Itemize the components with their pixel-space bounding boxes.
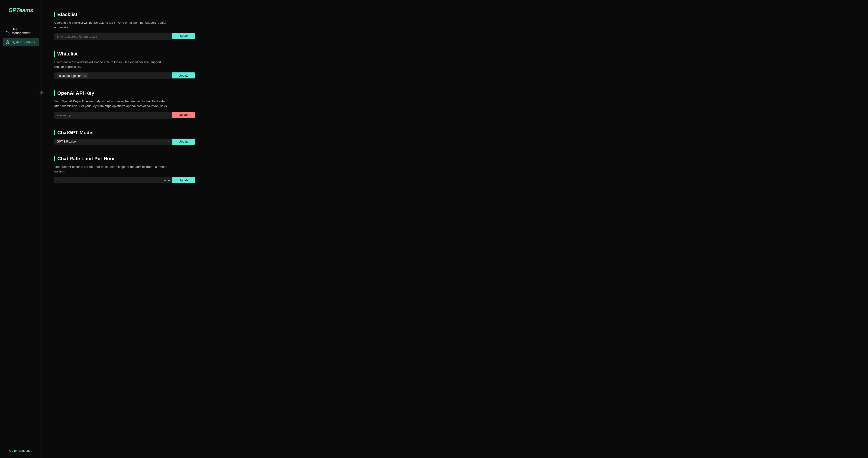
blacklist-update-button[interactable]: Update bbox=[173, 33, 195, 39]
main-content: Blacklist Users in the blacklist will no… bbox=[42, 0, 868, 458]
go-home-link[interactable]: Go to Homepage bbox=[9, 449, 32, 452]
section-title: Chat Rate Limit Per Hour bbox=[54, 156, 195, 161]
field-row: Update bbox=[54, 33, 195, 40]
whitelist-input[interactable] bbox=[90, 72, 170, 79]
chevron-left-icon bbox=[40, 91, 43, 94]
minus-icon[interactable]: − bbox=[164, 179, 166, 182]
ratelimit-input-wrap[interactable]: 0 − + bbox=[54, 177, 173, 183]
field-row: Update bbox=[54, 112, 195, 119]
section-rate-limit: Chat Rate Limit Per Hour The number of c… bbox=[54, 156, 195, 183]
apikey-update-button[interactable]: Update bbox=[173, 112, 195, 118]
svg-point-1 bbox=[7, 42, 8, 43]
field-row: @astrasurge.com ✕ Update bbox=[54, 72, 195, 79]
sidebar-collapse-button[interactable] bbox=[39, 91, 43, 95]
sidebar-item-user-management[interactable]: User Management bbox=[3, 25, 39, 37]
section-desc: The number of chats per hour for each us… bbox=[54, 164, 170, 174]
section-desc: Your OpenAI Key will be securely stored … bbox=[54, 99, 170, 109]
quantity-stepper: − + bbox=[164, 179, 170, 182]
section-title: Whitelist bbox=[54, 51, 195, 57]
ratelimit-update-button[interactable]: Update bbox=[173, 177, 195, 183]
svg-point-0 bbox=[7, 30, 8, 31]
sidebar-item-label: User Management bbox=[11, 27, 36, 35]
field-row: GPT-3.5-turbo Update bbox=[54, 139, 195, 145]
section-openai-api-key: OpenAI API Key Your OpenAI Key will be s… bbox=[54, 90, 195, 119]
section-title: Blacklist bbox=[54, 11, 195, 17]
sidebar-footer: Go to Homepage bbox=[0, 444, 41, 458]
section-chatgpt-model: ChatGPT Model GPT-3.5-turbo Update bbox=[54, 130, 195, 145]
blacklist-input-wrap[interactable] bbox=[54, 33, 173, 40]
model-update-button[interactable]: Update bbox=[173, 139, 195, 145]
ratelimit-value: 0 bbox=[57, 179, 164, 182]
apikey-input-wrap[interactable] bbox=[54, 112, 173, 119]
gear-icon bbox=[6, 40, 9, 44]
tag-label: @astrasurge.com bbox=[59, 74, 82, 78]
apikey-input[interactable] bbox=[57, 112, 170, 119]
sidebar-item-system-settings[interactable]: System Settings bbox=[3, 38, 39, 47]
sidebar: GPTeams User Management System Settings … bbox=[0, 0, 42, 458]
blacklist-input[interactable] bbox=[57, 33, 170, 40]
app-logo: GPTeams bbox=[0, 0, 41, 16]
user-icon bbox=[6, 29, 9, 33]
field-row: 0 − + Update bbox=[54, 177, 195, 183]
section-title: OpenAI API Key bbox=[54, 90, 195, 96]
section-title: ChatGPT Model bbox=[54, 130, 195, 135]
whitelist-tag: @astrasurge.com ✕ bbox=[57, 73, 88, 78]
whitelist-update-button[interactable]: Update bbox=[173, 72, 195, 79]
section-whitelist: Whitelist Users not in the whitelist wil… bbox=[54, 51, 195, 80]
section-desc: Users not in the whitelist will not be a… bbox=[54, 60, 170, 69]
section-blacklist: Blacklist Users in the blacklist will no… bbox=[54, 11, 195, 40]
chevron-down-icon bbox=[167, 140, 170, 144]
model-select[interactable]: GPT-3.5-turbo bbox=[54, 139, 173, 145]
model-selected-value: GPT-3.5-turbo bbox=[57, 140, 75, 143]
section-desc: Users in the blacklist will not be able … bbox=[54, 21, 170, 30]
whitelist-input-wrap[interactable]: @astrasurge.com ✕ bbox=[54, 72, 173, 79]
plus-icon[interactable]: + bbox=[168, 179, 170, 182]
close-icon[interactable]: ✕ bbox=[84, 74, 86, 77]
sidebar-item-label: System Settings bbox=[11, 40, 35, 44]
nav: User Management System Settings bbox=[0, 16, 41, 444]
